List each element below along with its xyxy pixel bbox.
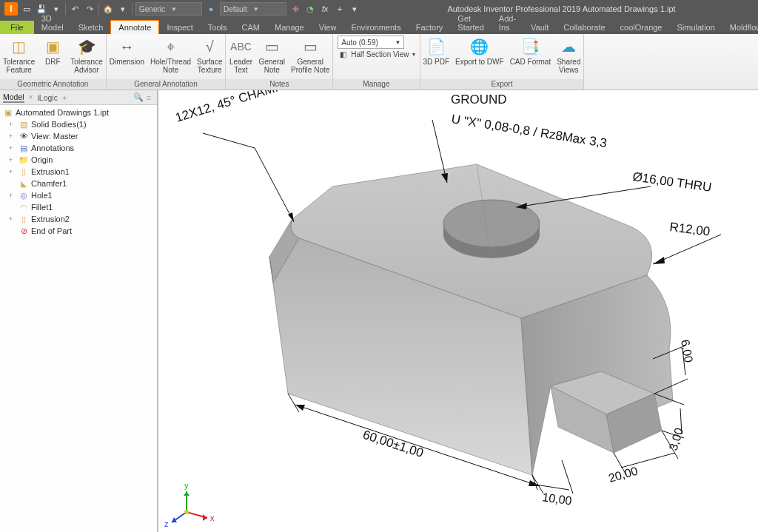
hole-thread-note-button[interactable]: ⌖Hole/ThreadNote (147, 34, 194, 75)
general-note-button[interactable]: ▭GeneralNote (255, 34, 288, 75)
cad-format-icon: 📑 (519, 36, 541, 58)
appearance-icon[interactable]: ❉ (289, 3, 301, 15)
svg-point-44 (184, 510, 189, 514)
tab-vault[interactable]: Vault (523, 21, 556, 34)
tab-collaborate[interactable]: Collaborate (556, 21, 612, 34)
tab-sketch[interactable]: Sketch (71, 21, 111, 34)
tree-root[interactable]: ▣ Automated Drawings 1.ipt (0, 107, 157, 118)
cad-format-button[interactable]: 📑CAD Format (507, 34, 554, 67)
model-canvas[interactable]: 12X12, 45° CHAMFER GROUND U "X" 0,08-0,8… (158, 90, 758, 532)
window-title: Autodesk Inventor Professional 2019 Auto… (365, 4, 758, 13)
tab-cam[interactable]: CAM (235, 21, 267, 34)
tree-node[interactable]: ◣Chamfer1 (0, 178, 157, 189)
measure-icon[interactable]: ◔ (304, 3, 316, 15)
tab-file[interactable]: File (0, 21, 34, 34)
svg-text:R12,00: R12,00 (669, 220, 711, 239)
tab-coolorange[interactable]: coolOrange (613, 21, 670, 34)
tree-node[interactable]: +▤Annotations (0, 142, 157, 154)
tree-expand-icon[interactable]: + (9, 121, 16, 128)
shared-views-button[interactable]: ☁SharedViews (554, 34, 583, 75)
tree-expand-icon[interactable]: + (9, 215, 16, 223)
home-icon[interactable]: 🏠 (102, 3, 114, 15)
browser-tree: ▣ Automated Drawings 1.ipt +▧Solid Bodie… (0, 105, 157, 238)
tree-node-label: Extrusion2 (31, 215, 70, 223)
panel-general-annotation: ↔Dimension ⌖Hole/ThreadNote √SurfaceText… (107, 34, 227, 90)
general-note-icon: ▭ (261, 36, 283, 58)
tree-node[interactable]: +▯Extrusion1 (0, 166, 157, 178)
browser-tab-ilogic[interactable]: iLogic (37, 93, 57, 102)
tree-node[interactable]: +▯Extrusion2 (0, 213, 157, 225)
tree-node[interactable]: +👁View: Master (0, 130, 157, 142)
ribbon-tabs: File 3D Model Sketch Annotate Inspect To… (0, 18, 758, 34)
panel-geometric-annotation: ◫ToleranceFeature ▣DRF 🎓ToleranceAdvisor… (0, 34, 107, 90)
tab-simulation[interactable]: Simulation (669, 21, 722, 34)
tree-node[interactable]: +📁Origin (0, 154, 157, 166)
material-icon[interactable]: ● (205, 3, 217, 15)
tab-view[interactable]: View (312, 21, 344, 34)
svg-text:x: x (210, 514, 215, 522)
tree-expand-icon[interactable] (9, 180, 16, 187)
3d-pdf-button[interactable]: 📄3D PDF (420, 34, 453, 67)
scale-combo[interactable]: Auto (0.59)▼ (338, 36, 404, 49)
style-combo-1[interactable]: Generic▼ (135, 2, 202, 16)
tree-expand-icon[interactable]: + (9, 132, 16, 140)
browser-tab-model[interactable]: Model (3, 92, 24, 103)
style-combo-2[interactable]: Default▼ (220, 2, 286, 16)
svg-marker-14 (653, 257, 665, 264)
tab-get-started[interactable]: Get Started (450, 12, 491, 34)
tab-environments[interactable]: Environments (343, 21, 408, 34)
surface-texture-button[interactable]: √SurfaceTexture (194, 34, 225, 75)
tree-node-label: View: Master (31, 132, 78, 141)
tab-add-ins[interactable]: Add-Ins (492, 12, 523, 34)
model-browser: Model × iLogic + 🔍 ≡ ▣ Automated Drawing… (0, 90, 158, 532)
tree-node[interactable]: +▧Solid Bodies(1) (0, 118, 157, 130)
ext-icon: ▯ (19, 166, 29, 177)
tree-expand-icon[interactable]: + (9, 192, 16, 199)
dropdown-icon[interactable]: ▾ (117, 3, 129, 15)
qat-more-icon[interactable]: ▾ (349, 3, 360, 15)
tree-expand-icon[interactable]: + (9, 144, 16, 152)
tab-annotate[interactable]: Annotate (110, 20, 159, 34)
surface-texture-icon: √ (198, 36, 221, 58)
tolerance-advisor-button[interactable]: 🎓ToleranceAdvisor (67, 34, 105, 75)
panel-notes: ABCLeaderText ▭GeneralNote ▭GeneralProfi… (226, 34, 333, 90)
tree-expand-icon[interactable]: + (9, 168, 16, 175)
fx-icon[interactable]: fx (319, 3, 331, 15)
tree-node[interactable]: ◠Fillet1 (0, 201, 157, 213)
half-section-view-button[interactable]: ◧ Half Section View ▾ (338, 50, 415, 58)
redo-icon[interactable]: ↷ (84, 3, 95, 15)
tab-inspect[interactable]: Inspect (159, 21, 200, 34)
tab-3d-model[interactable]: 3D Model (34, 12, 71, 34)
tree-expand-icon[interactable]: + (9, 156, 16, 164)
search-icon[interactable]: 🔍 (133, 92, 144, 102)
browser-menu-icon[interactable]: ≡ (144, 93, 154, 102)
tree-expand-icon[interactable] (9, 203, 16, 211)
leader-text-button[interactable]: ABCLeaderText (226, 34, 255, 75)
export-dwf-button[interactable]: 🌐Export to DWF (452, 34, 507, 67)
dimension-button[interactable]: ↔Dimension (107, 34, 147, 67)
browser-tab-add-icon[interactable]: + (62, 93, 67, 102)
svg-marker-4 (288, 212, 294, 222)
tolerance-feature-button[interactable]: ◫ToleranceFeature (0, 34, 38, 75)
tab-moldflow[interactable]: Moldflow (722, 21, 758, 34)
dimension-icon: ↔ (115, 36, 138, 58)
open-icon[interactable]: ▭ (21, 3, 33, 15)
panel-label: Export (420, 79, 584, 90)
browser-tab-close-icon[interactable]: × (29, 93, 33, 101)
tree-expand-icon[interactable] (9, 227, 16, 235)
drf-button[interactable]: ▣DRF (38, 34, 67, 67)
hole-note-icon: ⌖ (159, 36, 181, 58)
general-profile-note-button[interactable]: ▭GeneralProfile Note (288, 34, 332, 75)
app-icon[interactable]: I (4, 2, 18, 16)
tree-node-label: Fillet1 (31, 203, 53, 212)
tab-factory[interactable]: Factory (409, 21, 451, 34)
tab-tools[interactable]: Tools (201, 21, 235, 34)
panel-manage: Auto (0.59)▼ ◧ Half Section View ▾ Manag… (333, 34, 420, 90)
tree-node-label: Chamfer1 (31, 179, 67, 188)
plus-icon[interactable]: + (334, 3, 346, 15)
view-icon: 👁 (19, 131, 29, 141)
tree-node[interactable]: +◎Hole1 (0, 189, 157, 201)
tab-manage[interactable]: Manage (267, 21, 312, 34)
drf-icon: ▣ (41, 36, 64, 58)
tree-node[interactable]: ⊘End of Part (0, 225, 157, 237)
